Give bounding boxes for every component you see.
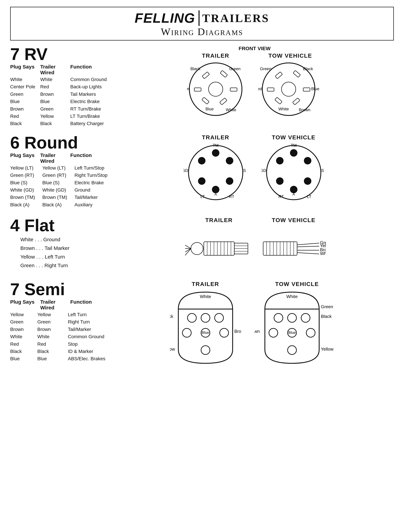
svg-text:White: White — [278, 107, 289, 111]
svg-text:White: White — [286, 294, 297, 299]
table-row: Yellow Yellow Left Turn — [10, 311, 115, 318]
svg-text:RT: RT — [229, 194, 234, 199]
table-row: Brown Brown Tail/Marker — [10, 326, 115, 333]
svg-text:LT: LT — [307, 194, 312, 199]
svg-text:Brown: Brown — [187, 87, 189, 91]
flat4-section: 4 Flat White . . . Ground Brown . . . Ta… — [10, 217, 394, 272]
svg-text:Black: Black — [321, 314, 332, 319]
svg-text:White: White — [200, 294, 211, 299]
svg-text:Black: Black — [303, 66, 313, 71]
svg-point-42 — [276, 157, 284, 165]
table-row: Blue Blue ABS/Elec. Brakes — [10, 355, 115, 362]
rv7-diagram-row: TRAILER — [115, 52, 394, 118]
rv7-left: 7 RV Plug Says Trailer Wired Function Wh… — [10, 46, 115, 127]
svg-point-105 — [301, 313, 310, 322]
round6-col-plug: Plug Says — [10, 152, 40, 164]
flat4-left: 4 Flat White . . . Ground Brown . . . Ta… — [10, 217, 115, 270]
svg-text:RT: RT — [278, 194, 284, 199]
table-row: Blue (S) Blue (S) Electric Brake — [10, 179, 115, 186]
svg-point-31 — [198, 177, 205, 185]
semi7-trailer-svg: White Black Blue Yellow Brown — [170, 289, 241, 367]
svg-text:Green: Green — [229, 66, 241, 71]
table-row: Black Black Battery Charger — [10, 120, 115, 127]
table-row: Black (A) Black (A) Auxiliary — [10, 201, 115, 208]
svg-point-45 — [304, 177, 311, 185]
semi7-tow-diagram: TOW VEHICLE White Black Blue Yellow — [255, 281, 339, 367]
rv7-trailer-svg: Black Green Brown Blue White — [187, 60, 245, 118]
svg-point-92 — [215, 313, 223, 322]
svg-text:A: A — [292, 192, 295, 196]
svg-point-44 — [276, 177, 284, 185]
rv7-trailer-title: TRAILER — [202, 52, 229, 59]
svg-line-65 — [185, 248, 191, 252]
svg-rect-5 — [230, 88, 237, 91]
semi7-col-func: Function — [70, 299, 115, 310]
rv7-section: 7 RV Plug Says Trailer Wired Function Wh… — [10, 46, 394, 127]
rv7-col-plug: Plug Says — [10, 64, 40, 76]
svg-point-91 — [201, 313, 210, 322]
svg-point-14 — [281, 82, 296, 96]
svg-point-62 — [191, 242, 203, 255]
table-row: Green (RT) Green (RT) Right Turn/Stop — [10, 171, 115, 179]
rv7-title: 7 RV — [10, 46, 115, 63]
semi7-tow-title: TOW VEHICLE — [275, 281, 319, 287]
semi7-table-header: Plug Says Trailer Wired Function — [10, 299, 115, 310]
svg-point-108 — [306, 328, 315, 337]
table-row: Green Green Right Turn — [10, 318, 115, 325]
svg-text:Blue: Blue — [288, 330, 296, 335]
table-row: Yellow (LT) Yellow (LT) Left Turn/Stop — [10, 164, 115, 171]
rv7-tow-diagram: TOW VEHICLE Green Black Red White Brown — [258, 52, 323, 118]
table-row: Red Yellow LT Turn/Brake — [10, 113, 115, 120]
semi7-tow-svg: White Black Blue Yellow Green Brown — [255, 289, 339, 367]
round6-section: 6 Round Plug Says Trailer Wired Function… — [10, 134, 394, 208]
semi7-trailer-title: TRAILER — [192, 281, 219, 287]
round6-right: TRAILER TM — [115, 134, 394, 203]
svg-text:Blue: Blue — [205, 107, 214, 111]
flat4-trailer-container: TRAILER — [183, 217, 255, 272]
rv7-rows: White White Common Ground Center Pole Re… — [10, 76, 115, 127]
svg-text:S: S — [243, 168, 246, 173]
semi7-diagram-row: TRAILER — [115, 281, 394, 367]
round6-tow-diagram: TOW VEHICLE TM GD RT LT S A — [261, 134, 326, 203]
svg-text:Blue: Blue — [311, 87, 319, 91]
svg-point-103 — [274, 313, 283, 322]
rv7-trailer-diagram: TRAILER — [187, 52, 245, 118]
svg-point-109 — [288, 346, 296, 355]
table-row: White (GD) White (GD) Ground — [10, 186, 115, 194]
round6-left: 6 Round Plug Says Trailer Wired Function… — [10, 134, 115, 208]
table-row: Red Red Stop — [10, 340, 115, 348]
svg-text:S: S — [321, 168, 324, 173]
flat4-tow-svg: Green Yellow Brown White — [261, 225, 326, 272]
flat4-trailer-svg — [183, 225, 255, 272]
round6-trailer-svg: TM GD LT RT S A — [183, 142, 248, 203]
flat4-tow-container: TOW VEHICLE — [261, 217, 326, 272]
svg-rect-53 — [204, 242, 234, 255]
header-subtitle: Wiring Diagrams — [14, 26, 390, 38]
rv7-tow-title: TOW VEHICLE — [268, 52, 312, 59]
header-brand: FELLING TRAILERS — [14, 10, 390, 26]
svg-point-29 — [198, 157, 205, 165]
semi7-trailer-diagram: TRAILER — [170, 281, 241, 367]
round6-col-wired: Trailer Wired — [40, 152, 70, 164]
svg-point-41 — [290, 149, 297, 157]
round6-tow-svg: TM GD RT LT S A — [261, 142, 326, 203]
rv7-col-wired: Trailer Wired — [40, 64, 70, 76]
svg-text:Black: Black — [170, 314, 173, 319]
svg-text:LT: LT — [200, 194, 205, 199]
table-row: Black Black ID & Marker — [10, 348, 115, 355]
round6-table-header: Plug Says Trailer Wired Function — [10, 152, 115, 164]
semi7-rows: Yellow Yellow Left Turn Green Green Righ… — [10, 311, 115, 362]
svg-point-28 — [212, 149, 219, 157]
round6-trailer-diagram: TRAILER TM — [183, 134, 248, 203]
svg-line-66 — [185, 248, 191, 255]
svg-text:White: White — [320, 251, 326, 256]
svg-text:Red: Red — [258, 87, 262, 91]
svg-text:Yellow: Yellow — [170, 347, 175, 352]
svg-point-96 — [201, 346, 210, 355]
semi7-title: 7 Semi — [10, 281, 115, 298]
svg-text:TM: TM — [213, 143, 219, 148]
flat4-tow-title: TOW VEHICLE — [272, 217, 316, 223]
rv7-col-func: Function — [70, 64, 115, 76]
table-row: White White Common Ground — [10, 333, 115, 340]
svg-point-30 — [226, 157, 233, 165]
